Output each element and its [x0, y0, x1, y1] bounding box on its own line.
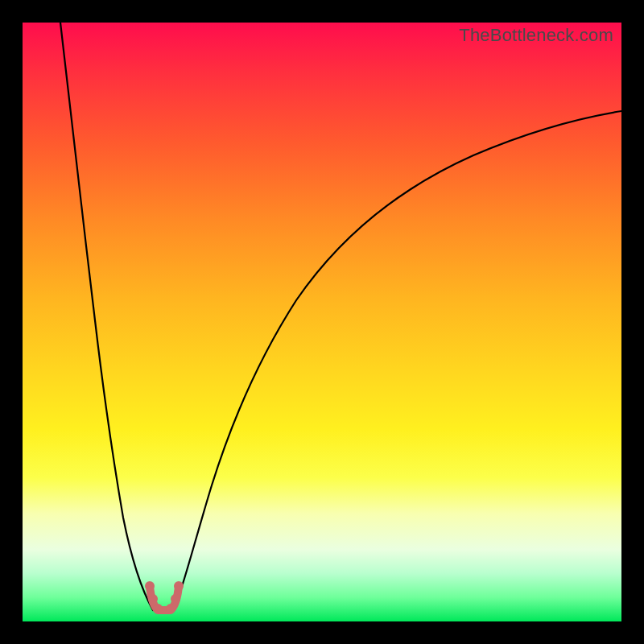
chart-plot-area: TheBottleneck.com	[23, 23, 621, 621]
watermark-text: TheBottleneck.com	[459, 25, 613, 46]
dip-dot	[145, 581, 155, 591]
dip-dot	[153, 604, 163, 613]
dip-dot	[171, 594, 180, 604]
curve-left-branch	[60, 23, 153, 610]
dip-dot	[174, 581, 184, 591]
dip-dot	[166, 604, 175, 613]
curve-right-branch	[174, 111, 621, 610]
dip-dot	[148, 594, 158, 604]
chart-svg	[23, 23, 621, 621]
